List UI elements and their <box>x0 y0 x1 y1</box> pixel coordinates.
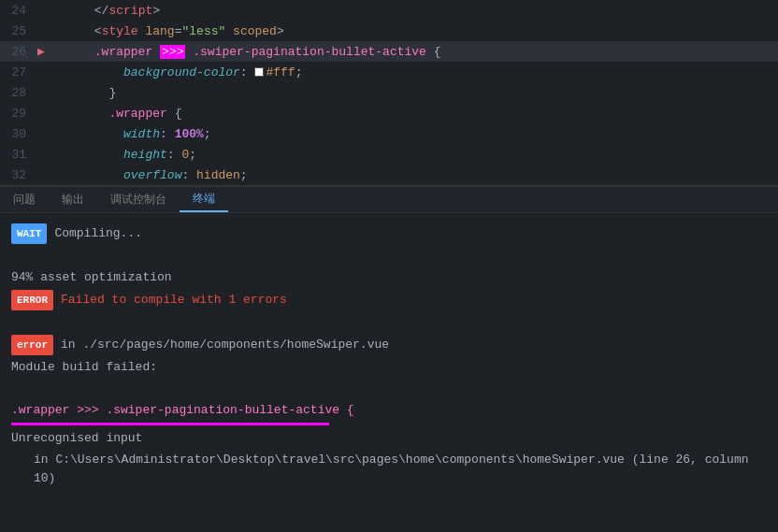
line-number-25: 25 <box>4 24 37 38</box>
tab-issues-label: 问题 <box>13 192 36 208</box>
line-number-30: 30 <box>4 127 37 141</box>
line-arrow-30 <box>37 127 50 141</box>
line-number-27: 27 <box>4 65 37 79</box>
line-arrow-25 <box>37 24 50 38</box>
line-number-28: 28 <box>4 86 37 100</box>
file-path-text: in C:\Users\Administrator\Desktop\travel… <box>34 453 749 485</box>
wait-badge: WAIT <box>11 223 47 244</box>
asset-line: 94% asset optimization <box>11 268 767 287</box>
blank-line-1 <box>11 247 767 266</box>
error-compile-line: ERRORFailed to compile with 1 errors <box>11 290 767 310</box>
tab-issues[interactable]: 问题 <box>0 186 49 212</box>
error-file-line: errorin ./src/pages/home/components/home… <box>11 335 767 355</box>
source-code-line: .wrapper >>> .swiper-pagination-bullet-a… <box>11 401 767 420</box>
line-arrow-26: ▶ <box>37 44 50 59</box>
prop-overflow: overflow <box>94 168 182 182</box>
line-arrow-31 <box>37 148 50 162</box>
error-badge: ERROR <box>11 290 53 310</box>
unrecognised-line: Unrecognised input <box>11 429 767 448</box>
line-number-31: 31 <box>4 148 37 162</box>
colon: : <box>181 168 196 182</box>
line-arrow-24 <box>37 4 50 18</box>
file-path-line: in C:\Users\Administrator\Desktop\travel… <box>11 451 767 488</box>
line-arrow-29 <box>37 107 50 121</box>
blank-line-2 <box>11 313 767 332</box>
line-number-24: 24 <box>4 4 37 18</box>
code-editor: 24 </script> 25 <style lang="less" scope… <box>0 0 778 186</box>
error-inline-badge: error <box>11 335 53 355</box>
line-arrow-28 <box>37 86 50 100</box>
error-underline <box>11 423 767 425</box>
line-number-29: 29 <box>4 107 37 121</box>
line-number-26: 26 <box>4 45 37 59</box>
module-fail-line: Module build failed: <box>11 358 767 377</box>
error-underline-bar <box>11 423 329 425</box>
code-line-32: 32 overflow: hidden; <box>0 165 778 185</box>
bottom-panel: 问题 输出 调试控制台 终端 WAITCompiling... 94% asse… <box>0 186 778 498</box>
line-arrow-32 <box>37 168 50 182</box>
line-arrow-27 <box>37 65 50 79</box>
unrecognised-text: Unrecognised input <box>11 431 142 445</box>
error-compile-text: Failed to compile with 1 errors <box>61 293 287 307</box>
semicolon: ; <box>240 168 248 182</box>
error-file-text: in ./src/pages/home/components/homeSwipe… <box>61 338 389 352</box>
val-hidden: hidden <box>196 168 240 182</box>
panel-content: WAITCompiling... 94% asset optimization … <box>0 213 778 498</box>
line-number-32: 32 <box>4 168 37 182</box>
wait-line: WAITCompiling... <box>11 223 767 244</box>
source-line-text: .wrapper >>> .swiper-pagination-bullet-a… <box>11 403 354 417</box>
compiling-text: Compiling... <box>54 226 142 240</box>
line-content-32: overflow: hidden; <box>50 154 778 196</box>
blank-line-3 <box>11 380 767 398</box>
module-fail-text: Module build failed: <box>11 360 157 374</box>
asset-text: 94% asset optimization <box>11 270 172 284</box>
